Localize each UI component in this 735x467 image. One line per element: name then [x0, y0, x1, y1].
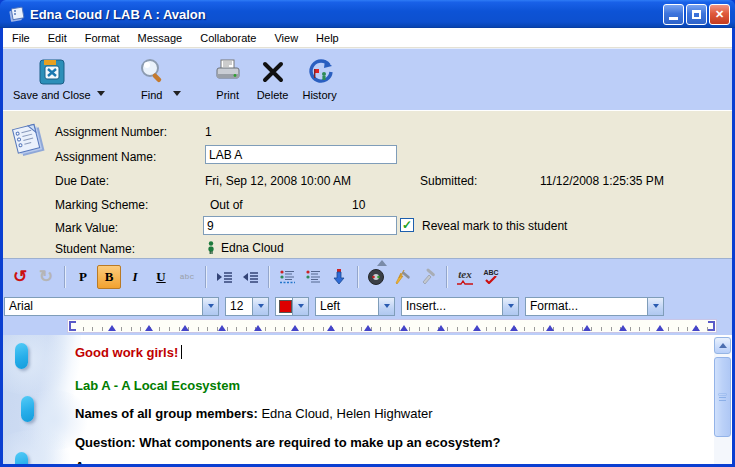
marking-scheme-label: Marking Scheme:: [55, 198, 148, 212]
insert-below-button[interactable]: [327, 265, 351, 289]
submitted-value: 11/12/2008 1:25:35 PM: [540, 174, 664, 188]
delete-button[interactable]: Delete: [253, 53, 293, 103]
font-color-dropdown-icon[interactable]: [292, 298, 308, 315]
assignment-number-label: Assignment Number:: [55, 125, 167, 139]
spellcheck-button[interactable]: ABC: [479, 265, 503, 289]
undo-button[interactable]: ↺: [8, 265, 32, 289]
vertical-scrollbar[interactable]: [714, 337, 731, 464]
maximize-button[interactable]: [686, 4, 707, 25]
paragraph-spacing-button[interactable]: [275, 265, 299, 289]
menu-message[interactable]: Message: [129, 32, 192, 44]
question-line: Question: What components are required t…: [75, 435, 500, 450]
format-select[interactable]: Format...: [525, 297, 664, 316]
print-button[interactable]: Print: [209, 53, 247, 103]
document-body[interactable]: Good work girls! Lab A - A Local Ecosyst…: [3, 335, 732, 464]
line-spacing-icon: [305, 269, 322, 284]
indent-decrease-button[interactable]: [238, 265, 262, 289]
ruler-tab-marker-icon[interactable]: [218, 325, 226, 331]
mark-value-label: Mark Value:: [55, 221, 118, 235]
mark-value-input[interactable]: [203, 216, 397, 235]
signature-button[interactable]: tex: [453, 265, 477, 289]
group-members-value: Edna Cloud, Helen Highwater: [258, 406, 433, 421]
ruler-tab-marker-icon[interactable]: [364, 325, 372, 331]
save-and-close-button[interactable]: Save and Close: [9, 53, 95, 103]
hyperlink-globe-button[interactable]: [364, 265, 388, 289]
font-size-select[interactable]: 12: [225, 297, 269, 316]
alignment-dropdown-icon[interactable]: [378, 298, 394, 315]
fixed-font-button[interactable]: abc: [175, 265, 199, 289]
ruler-tab-marker-icon[interactable]: [145, 325, 153, 331]
redo-button[interactable]: ↻: [34, 265, 58, 289]
application-window: Edna Cloud / LAB A : Avalon ✕ File Edit …: [0, 0, 735, 467]
ruler-tab-marker-icon[interactable]: [108, 325, 116, 331]
submitted-label: Submitted:: [420, 174, 477, 188]
save-floppy-icon: [37, 55, 67, 89]
underline-button[interactable]: U: [149, 265, 173, 289]
title-bar[interactable]: Edna Cloud / LAB A : Avalon ✕: [0, 0, 735, 28]
menu-bar: File Edit Format Message Collaborate Vie…: [3, 28, 732, 48]
ruler-tab-marker-icon[interactable]: [327, 325, 335, 331]
undo-icon: ↺: [13, 266, 27, 287]
plain-style-button[interactable]: P: [71, 265, 95, 289]
insert-dropdown-icon[interactable]: [502, 298, 518, 315]
font-family-select[interactable]: Arial: [4, 297, 219, 316]
minimize-button[interactable]: [663, 4, 684, 25]
student-name-row: Edna Cloud: [207, 241, 284, 255]
menu-collaborate[interactable]: Collaborate: [191, 32, 265, 44]
down-arrow-icon: [332, 268, 346, 285]
history-icon: [305, 55, 335, 89]
ruler-tab-marker-icon[interactable]: [546, 325, 554, 331]
redo-icon: ↻: [39, 266, 53, 287]
italic-button[interactable]: I: [123, 265, 147, 289]
format-dropdown-icon[interactable]: [647, 298, 663, 315]
main-toolbar: Save and Close Find: [3, 48, 732, 110]
font-controls-row: Arial 12 Left Insert... Format...: [3, 294, 732, 318]
ruler-tab-marker-icon[interactable]: [181, 325, 189, 331]
splitter-grip-icon[interactable]: [377, 260, 387, 266]
eyedropper-button[interactable]: [416, 265, 440, 289]
history-label: History: [302, 89, 336, 101]
save-dropdown-arrow-icon[interactable]: [97, 91, 105, 96]
scroll-thumb[interactable]: [714, 357, 731, 437]
menu-format[interactable]: Format: [76, 32, 129, 44]
document-heading: Lab A - A Local Ecosystem: [75, 378, 240, 393]
alignment-select[interactable]: Left: [315, 297, 395, 316]
font-family-dropdown-icon[interactable]: [202, 298, 218, 315]
find-dropdown-arrow-icon[interactable]: [173, 91, 181, 96]
assignment-name-label: Assignment Name:: [55, 150, 156, 164]
line-spacing-button[interactable]: [301, 265, 325, 289]
ruler-tab-marker-icon[interactable]: [400, 325, 408, 331]
student-name-label: Student Name:: [55, 242, 135, 256]
indent-increase-button[interactable]: [212, 265, 236, 289]
menu-help[interactable]: Help: [307, 32, 348, 44]
stationery-left-border: [3, 335, 81, 464]
ruler[interactable]: [67, 319, 717, 333]
ruler-tab-marker-icon[interactable]: [619, 325, 627, 331]
reveal-mark-checkbox[interactable]: ✓: [400, 218, 414, 232]
assignment-name-input[interactable]: [205, 145, 397, 164]
menu-view[interactable]: View: [265, 32, 307, 44]
history-button[interactable]: History: [298, 53, 340, 103]
ruler-tab-marker-icon[interactable]: [473, 325, 481, 331]
format-painter-button[interactable]: [390, 265, 414, 289]
font-color-select[interactable]: [275, 297, 309, 316]
ruler-tab-marker-icon[interactable]: [437, 325, 445, 331]
printer-icon: [213, 55, 243, 89]
scroll-up-button[interactable]: [714, 337, 731, 354]
menu-file[interactable]: File: [3, 32, 39, 44]
ruler-tab-marker-icon[interactable]: [510, 325, 518, 331]
stationery-capsule-icon: [21, 396, 34, 422]
menu-edit[interactable]: Edit: [39, 32, 76, 44]
ruler-tab-marker-icon[interactable]: [291, 325, 299, 331]
font-size-dropdown-icon[interactable]: [252, 298, 268, 315]
ruler-tab-marker-icon[interactable]: [583, 325, 591, 331]
close-button[interactable]: ✕: [709, 4, 730, 25]
insert-select[interactable]: Insert...: [401, 297, 519, 316]
ruler-tab-marker-icon[interactable]: [656, 325, 664, 331]
ruler-tab-marker-icon[interactable]: [254, 325, 262, 331]
ruler-tab-marker-icon[interactable]: [692, 325, 700, 331]
answer-label: Answer:: [75, 459, 126, 464]
stationery-capsule-icon: [15, 452, 28, 464]
bold-button[interactable]: B: [97, 265, 121, 289]
find-button[interactable]: Find: [133, 53, 171, 103]
